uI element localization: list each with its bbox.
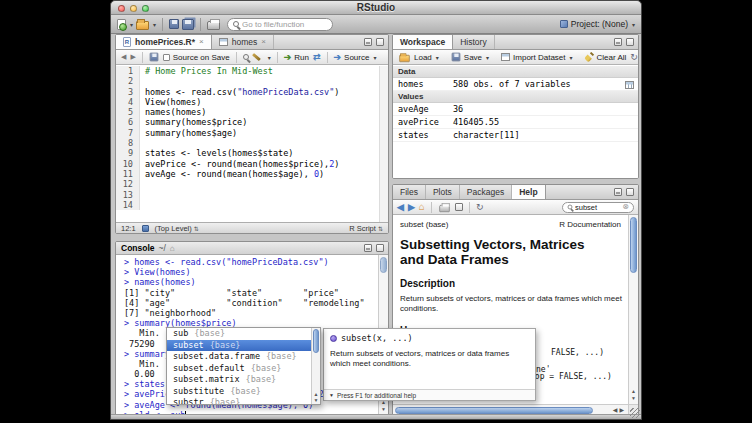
editor-line[interactable]: 12 — [116, 179, 388, 189]
code-tools-dropdown-arrow[interactable]: ▾ — [268, 54, 271, 61]
editor-line[interactable]: 11aveAge <- round(mean(homes$age), 0) — [116, 169, 388, 179]
doc-type-selector[interactable]: R Script ⇅ — [349, 224, 383, 233]
completion-item-sub[interactable]: sub{base} — [167, 328, 311, 340]
help-vscroll-arrows[interactable]: ▲▼ — [629, 388, 638, 402]
rerun-icon[interactable]: ⇄ — [313, 53, 321, 62]
completion-item-subset.data.frame[interactable]: subset.data.frame{base} — [167, 351, 311, 363]
open-in-new-window-icon[interactable] — [455, 203, 463, 211]
help-hscroll-arrows[interactable]: ◀▶ — [613, 406, 626, 413]
completion-item-subset.matrix[interactable]: subset.matrix{base} — [167, 374, 311, 386]
editor-line[interactable]: 14 — [116, 200, 388, 210]
source-button[interactable]: ➔ Source ▾ — [334, 53, 377, 62]
autocomplete-scroll-arrows[interactable]: ▲▼ — [312, 391, 320, 403]
editor-line[interactable]: 10avePrice <- round(mean(homes$price),2) — [116, 159, 388, 169]
clear-all-button[interactable]: Clear All — [585, 53, 627, 62]
home-dir-icon[interactable]: ⌂ — [170, 244, 175, 253]
minimize-pane-icon[interactable] — [364, 244, 372, 252]
console-working-dir[interactable]: ~/ — [159, 243, 166, 253]
console-scroll-thumb[interactable] — [380, 257, 387, 273]
forward-icon[interactable]: ▶ — [130, 53, 135, 61]
editor-line[interactable]: 1# Home Prices In Mid-West — [116, 66, 388, 76]
help-vscroll-thumb[interactable] — [630, 217, 637, 273]
save-doc-icon[interactable] — [150, 53, 159, 62]
console-scroll-arrows[interactable]: ▲▼ — [379, 399, 388, 413]
print-icon[interactable] — [207, 21, 220, 30]
clear-search-icon[interactable]: ⊗ — [622, 203, 629, 211]
project-menu[interactable]: Project: (None) ▾ — [560, 19, 635, 29]
help-forward-icon[interactable]: ▶ — [408, 203, 415, 212]
help-hscroll-thumb[interactable] — [395, 407, 593, 414]
minimize-pane-icon[interactable] — [614, 188, 622, 196]
completion-item-substitute[interactable]: substitute{base} — [167, 386, 311, 398]
close-tab-icon[interactable]: × — [261, 37, 266, 46]
tab-history[interactable]: History — [453, 34, 494, 49]
source-on-save-checkbox[interactable] — [163, 54, 170, 61]
completion-item-subset[interactable]: subset{base} — [167, 340, 311, 352]
maximize-pane-icon[interactable] — [376, 244, 384, 252]
save-all-icon[interactable] — [182, 19, 194, 30]
console-pane-buttons — [364, 244, 384, 252]
editor-line[interactable]: 4View(homes) — [116, 97, 388, 107]
line-number: 11 — [116, 169, 140, 179]
autocomplete-scrollbar[interactable]: ▲▼ — [311, 328, 320, 404]
help-home-icon[interactable]: ⌂ — [419, 202, 425, 212]
back-icon[interactable]: ◀ — [121, 53, 126, 61]
code-tools-icon[interactable] — [253, 52, 263, 62]
code-editor[interactable]: 1# Home Prices In Mid-West23homes <- rea… — [116, 66, 388, 222]
autocomplete-scroll-thumb[interactable] — [313, 329, 319, 353]
editor-line[interactable]: 8 — [116, 138, 388, 148]
scope-selector[interactable]: (Top Level) ⇅ — [155, 224, 199, 233]
workspace-object-row[interactable]: aveAge36 — [393, 103, 638, 116]
editor-scrollbar[interactable] — [379, 66, 388, 222]
editor-line[interactable]: 13 — [116, 190, 388, 200]
editor-line[interactable]: 5names(homes) — [116, 107, 388, 117]
tab-help[interactable]: Help — [512, 184, 545, 199]
tab-workspace[interactable]: Workspace — [393, 34, 453, 49]
new-file-dropdown-arrow[interactable]: ▾ — [130, 21, 133, 28]
tab-packages[interactable]: Packages — [460, 184, 512, 199]
editor-line[interactable]: 7summary(homes$age) — [116, 128, 388, 138]
editor-line[interactable]: 3homes <- read.csv("homePriceData.csv") — [116, 87, 388, 97]
goto-file-box[interactable] — [227, 18, 333, 31]
editor-line[interactable]: 6summary(homes$price) — [116, 117, 388, 127]
view-data-icon[interactable] — [625, 81, 634, 89]
find-icon[interactable] — [243, 54, 249, 60]
minimize-pane-icon[interactable] — [364, 38, 372, 46]
maximize-pane-icon[interactable] — [626, 38, 634, 46]
resize-grip[interactable] — [630, 408, 640, 418]
goto-file-input[interactable] — [242, 20, 327, 29]
save-workspace-button[interactable]: Save▾ — [451, 52, 489, 62]
new-file-icon[interactable] — [117, 19, 126, 30]
import-dataset-button[interactable]: Import Dataset▾ — [501, 53, 572, 62]
help-search-input[interactable] — [575, 203, 620, 212]
help-toolbar: ◀ ▶ ⌂ ↻ ⊗ — [393, 200, 638, 215]
workspace-object-row[interactable]: statescharacter[11] — [393, 129, 638, 142]
tab-source-homes[interactable]: homes× — [212, 34, 274, 49]
completion-item-substr[interactable]: substr{base} — [167, 397, 311, 404]
refresh-icon[interactable]: ↻ — [630, 53, 638, 62]
workspace-object-row[interactable]: homes580 obs. of 7 variables — [393, 78, 638, 91]
run-button[interactable]: ➔ Run — [284, 53, 309, 62]
open-file-dropdown-arrow[interactable]: ▾ — [153, 21, 156, 28]
help-back-icon[interactable]: ◀ — [397, 203, 404, 212]
load-workspace-button[interactable]: Load▾ — [398, 52, 439, 63]
tab-source-homeprices-r-[interactable]: RhomePrices.R*× — [116, 34, 212, 49]
line-number: 9 — [116, 148, 140, 158]
save-icon[interactable] — [169, 19, 179, 29]
close-tab-icon[interactable]: × — [199, 37, 204, 46]
tab-files[interactable]: Files — [393, 184, 426, 199]
help-search-box[interactable]: ⊗ — [562, 202, 634, 213]
tab-plots[interactable]: Plots — [426, 184, 460, 199]
workspace-object-row[interactable]: avePrice416405.55 — [393, 116, 638, 129]
editor-line[interactable]: 9states <- levels(homes$state) — [116, 148, 388, 158]
minimize-pane-icon[interactable] — [614, 38, 622, 46]
source-on-save-toggle[interactable]: Source on Save — [163, 53, 230, 62]
open-file-icon[interactable] — [136, 21, 149, 30]
maximize-pane-icon[interactable] — [626, 188, 634, 196]
completion-item-subset.default[interactable]: subset.default{base} — [167, 363, 311, 375]
maximize-pane-icon[interactable] — [376, 38, 384, 46]
help-print-icon[interactable] — [439, 204, 449, 211]
editor-line[interactable]: 2 — [116, 76, 388, 86]
help-refresh-icon[interactable]: ↻ — [476, 203, 484, 212]
help-vertical-scrollbar[interactable]: ▲▼ — [628, 215, 638, 404]
